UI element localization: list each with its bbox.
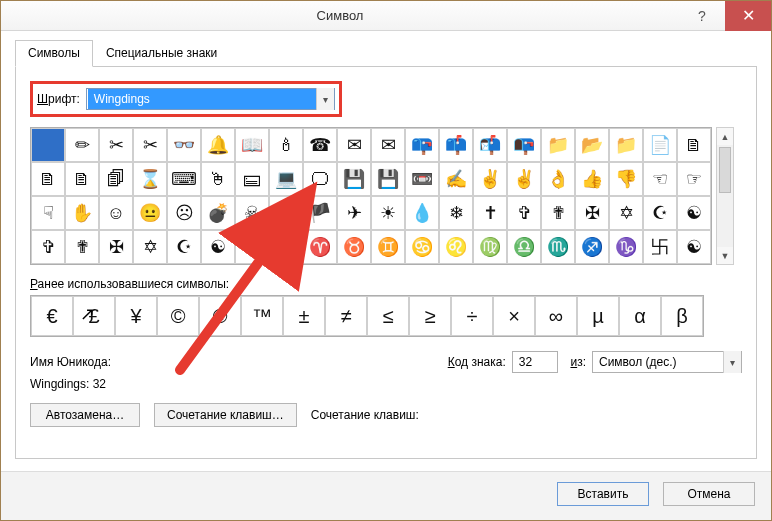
char-cell[interactable]: ♌ (439, 230, 473, 264)
recent-cell[interactable]: ™ (241, 296, 283, 336)
char-cell[interactable]: ✞ (31, 230, 65, 264)
char-cell[interactable]: ☠ (235, 196, 269, 230)
char-cell[interactable]: 😐 (133, 196, 167, 230)
char-cell[interactable]: 📄 (643, 128, 677, 162)
char-cell[interactable]: ♑ (609, 230, 643, 264)
char-cell[interactable]: 📖 (235, 128, 269, 162)
char-cell[interactable]: 🗎 (65, 162, 99, 196)
help-button[interactable]: ? (679, 1, 725, 31)
char-cell[interactable]: ♉ (337, 230, 371, 264)
char-cell[interactable]: 📼 (405, 162, 439, 196)
recent-cell[interactable]: ® (199, 296, 241, 336)
tab-special[interactable]: Специальные знаки (93, 40, 230, 67)
cancel-button[interactable]: Отмена (663, 482, 755, 506)
character-grid[interactable]: ✏✂✂👓🔔📖🕯☎✉✉📪📫📬📭📁📂📁📄🗎🗎🗎🗐⌛⌨🖰🖴💻🖵💾💾📼✍✌✌👌👍👎☜☞☟… (30, 127, 712, 265)
char-cell[interactable]: 🕯 (269, 128, 303, 162)
char-cell[interactable]: ✍ (439, 162, 473, 196)
recent-cell[interactable]: © (157, 296, 199, 336)
char-cell[interactable]: 🖴 (235, 162, 269, 196)
char-cell[interactable]: ⌛ (133, 162, 167, 196)
char-cell[interactable]: ✋ (65, 196, 99, 230)
char-cell[interactable]: 🔔 (201, 128, 235, 162)
char-cell[interactable]: ☟ (31, 196, 65, 230)
recent-cell[interactable]: α (619, 296, 661, 336)
recent-cell[interactable]: ≤ (367, 296, 409, 336)
char-cell[interactable]: ✌ (473, 162, 507, 196)
char-cell[interactable]: ⌨ (167, 162, 201, 196)
char-cell[interactable]: 🗎 (677, 128, 711, 162)
char-cell[interactable]: 🗎 (31, 162, 65, 196)
recent-cell[interactable]: µ (577, 296, 619, 336)
from-dropdown[interactable]: Символ (дес.) ▾ (592, 351, 742, 373)
char-cell[interactable]: ❄ (439, 196, 473, 230)
char-cell[interactable]: 📭 (507, 128, 541, 162)
char-cell[interactable]: 📬 (473, 128, 507, 162)
char-cell[interactable]: 📁 (609, 128, 643, 162)
char-cell[interactable]: ☯ (201, 230, 235, 264)
char-cell[interactable]: ✂ (99, 128, 133, 162)
recent-grid[interactable]: €£↖¥©®™±≠≤≥÷×∞µαβ (30, 295, 704, 337)
char-cell[interactable]: ☜ (643, 162, 677, 196)
char-cell[interactable]: 👌 (541, 162, 575, 196)
char-cell[interactable]: ♈ (303, 230, 337, 264)
code-input[interactable]: 32 (512, 351, 558, 373)
char-cell[interactable]: 👓 (167, 128, 201, 162)
char-cell[interactable]: ☯ (677, 230, 711, 264)
recent-cell[interactable]: ∞ (535, 296, 577, 336)
char-cell[interactable]: 📫 (439, 128, 473, 162)
char-cell[interactable]: ♋ (405, 230, 439, 264)
char-cell[interactable]: ☯ (677, 196, 711, 230)
char-cell[interactable]: ☎ (303, 128, 337, 162)
recent-cell[interactable]: ¥ (115, 296, 157, 336)
char-cell[interactable]: ♍ (473, 230, 507, 264)
char-cell[interactable]: ✂ (133, 128, 167, 162)
char-cell[interactable]: 📁 (541, 128, 575, 162)
recent-cell[interactable]: β (661, 296, 703, 336)
char-cell[interactable]: ☸ (269, 230, 303, 264)
char-cell[interactable]: ♐ (575, 230, 609, 264)
char-cell[interactable]: 卐 (643, 230, 677, 264)
insert-button[interactable]: Вставить (557, 482, 649, 506)
char-cell[interactable]: 🏴 (303, 196, 337, 230)
recent-cell[interactable]: ÷ (451, 296, 493, 336)
close-button[interactable]: ✕ (725, 1, 771, 31)
char-cell[interactable]: 🖰 (201, 162, 235, 196)
recent-cell[interactable]: ≠ (325, 296, 367, 336)
char-cell[interactable]: ☪ (643, 196, 677, 230)
char-cell[interactable]: ✟ (65, 230, 99, 264)
char-cell[interactable]: ☺ (99, 196, 133, 230)
char-cell[interactable]: 📪 (405, 128, 439, 162)
char-cell[interactable]: ✠ (575, 196, 609, 230)
char-cell[interactable]: ☞ (677, 162, 711, 196)
char-cell[interactable]: 🖵 (303, 162, 337, 196)
char-cell[interactable]: ☹ (167, 196, 201, 230)
autocorrect-button[interactable]: Автозамена… (30, 403, 140, 427)
char-cell[interactable]: ✏ (65, 128, 99, 162)
scroll-down-button[interactable]: ▼ (717, 247, 733, 264)
tab-symbols[interactable]: Символы (15, 40, 93, 67)
char-cell[interactable]: ☪ (167, 230, 201, 264)
char-cell[interactable]: ✞ (507, 196, 541, 230)
char-cell[interactable]: ♏ (541, 230, 575, 264)
char-cell[interactable]: ✡ (609, 196, 643, 230)
scroll-up-button[interactable]: ▲ (717, 128, 733, 145)
char-cell[interactable]: ✟ (541, 196, 575, 230)
char-cell[interactable]: 💣 (201, 196, 235, 230)
char-cell[interactable]: 👍 (575, 162, 609, 196)
char-cell[interactable]: 🏳 (269, 196, 303, 230)
char-cell[interactable]: 💾 (337, 162, 371, 196)
char-cell[interactable]: ♎ (507, 230, 541, 264)
recent-cell[interactable]: € (31, 296, 73, 336)
char-cell[interactable]: ✌ (507, 162, 541, 196)
char-cell[interactable]: ॐ (235, 230, 269, 264)
recent-cell[interactable]: ≥ (409, 296, 451, 336)
char-cell[interactable]: ✝ (473, 196, 507, 230)
char-cell[interactable]: ♊ (371, 230, 405, 264)
char-cell[interactable]: 📂 (575, 128, 609, 162)
char-cell[interactable] (31, 128, 65, 162)
char-cell[interactable]: 💻 (269, 162, 303, 196)
char-cell[interactable]: ☀ (371, 196, 405, 230)
char-cell[interactable]: ✉ (337, 128, 371, 162)
char-cell[interactable]: ✡ (133, 230, 167, 264)
char-cell[interactable]: ✉ (371, 128, 405, 162)
